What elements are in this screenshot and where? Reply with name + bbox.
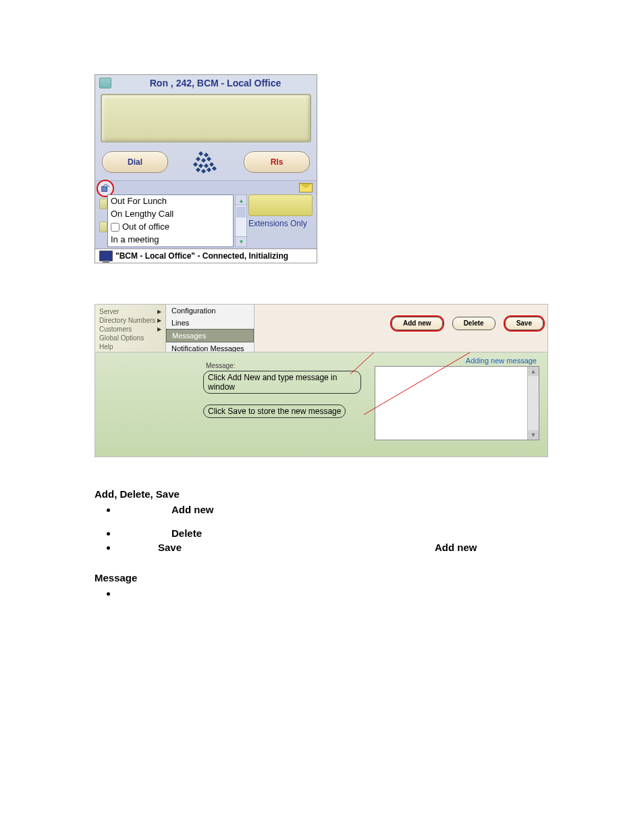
adding-banner: Adding new message	[466, 357, 537, 365]
chevron-right-icon: ▶	[157, 309, 161, 315]
lcd-display	[101, 94, 311, 142]
heading-message: Message	[95, 572, 549, 583]
scrollbar[interactable]: ▴ ▾	[235, 194, 247, 247]
extensions-only-label: Extensions Only	[248, 219, 313, 228]
list-item: Out For Lunch	[108, 195, 233, 208]
menu-item-server[interactable]: Server▶	[95, 307, 165, 316]
release-button[interactable]: Rls	[244, 151, 310, 173]
submenu-configuration[interactable]: Configuration	[166, 305, 254, 317]
list-item: In a meeting	[108, 234, 233, 246]
system-menu-icon[interactable]	[99, 78, 111, 88]
heading-add-delete-save: Add, Delete, Save	[95, 488, 549, 500]
phone-app-window: Ron , 242, BCM - Local Office Dial Rls O…	[95, 74, 317, 263]
scroll-thumb[interactable]	[236, 207, 246, 217]
list-item	[117, 588, 549, 599]
scroll-down-icon[interactable]: ▾	[236, 236, 246, 246]
message-panel: Adding new message Message: Click Add Ne…	[95, 352, 547, 457]
notes-panel	[248, 194, 313, 216]
icon-bar	[95, 180, 317, 194]
document-body: Add, Delete, Save Add new Delete Save Ad…	[95, 488, 549, 599]
callout-add: Click Add New and type message in window	[203, 371, 361, 394]
titlebar: Ron , 242, BCM - Local Office	[95, 75, 317, 91]
add-new-button[interactable]: Add new	[392, 317, 443, 330]
menu-item-global[interactable]: Global Options	[95, 334, 165, 342]
main-area: Add new Delete Save	[254, 305, 547, 352]
submenu-lines[interactable]: Lines	[166, 317, 254, 329]
nortel-logo-icon	[192, 151, 219, 174]
list-item: On Lengthy Call	[108, 208, 233, 221]
submenu-messages[interactable]: Messages	[166, 329, 254, 342]
status-dropdown[interactable]: Out For Lunch On Lengthy Call Out of off…	[107, 194, 234, 247]
monitor-icon	[99, 251, 113, 261]
list-item: Out of office	[108, 221, 233, 234]
list-item: Add new	[117, 504, 549, 515]
delete-button[interactable]: Delete	[452, 317, 495, 330]
svg-rect-0	[102, 186, 107, 191]
statusbar: "BCM - Local Office" - Connected, Initia…	[95, 249, 317, 263]
button-row: Dial Rls	[95, 145, 317, 180]
chevron-right-icon: ▶	[157, 317, 161, 323]
save-button[interactable]: Save	[505, 317, 543, 330]
out-of-office-check[interactable]	[111, 223, 119, 232]
menu-item-dirnums[interactable]: Directory Numbers▶	[95, 316, 165, 325]
window-title: Ron , 242, BCM - Local Office	[118, 78, 313, 88]
scroll-up-icon[interactable]: ▲	[528, 367, 539, 376]
chevron-right-icon: ▶	[157, 326, 161, 332]
mail-icon[interactable]	[299, 183, 313, 192]
toolbar: Add new Delete Save	[392, 317, 543, 330]
admin-window: Server▶ Directory Numbers▶ Customers▶ Gl…	[95, 304, 548, 457]
list-item: Save Add new	[117, 542, 549, 553]
scroll-down-icon[interactable]: ▼	[528, 430, 539, 440]
line-indicators	[99, 194, 106, 247]
menu-item-customers[interactable]: Customers▶	[95, 325, 165, 334]
left-menu: Server▶ Directory Numbers▶ Customers▶ Gl…	[95, 305, 166, 352]
submenu: Configuration Lines Messages Notificatio…	[166, 305, 254, 352]
dial-button[interactable]: Dial	[102, 151, 168, 173]
menu-item-help[interactable]: Help	[95, 342, 165, 351]
statusbar-text: "BCM - Local Office" - Connected, Initia…	[115, 251, 288, 261]
callout-save: Click Save to store the new message	[203, 405, 346, 418]
list-item: Delete	[117, 527, 549, 539]
scroll-up-icon[interactable]: ▴	[236, 195, 246, 205]
message-textarea[interactable]: ▲ ▼	[375, 366, 539, 440]
scrollbar[interactable]: ▲ ▼	[527, 367, 539, 440]
